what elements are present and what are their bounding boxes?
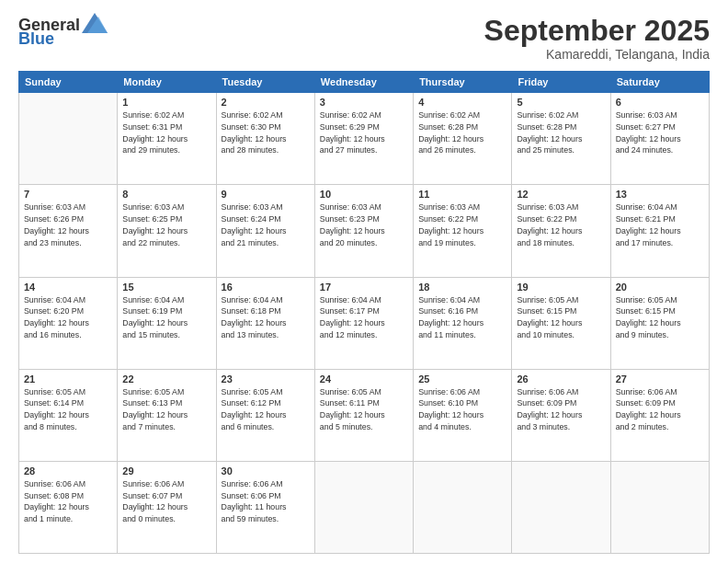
col-saturday: Saturday [610,72,709,93]
calendar-cell: 2Sunrise: 6:02 AMSunset: 6:30 PMDaylight… [216,93,314,185]
day-info: Sunrise: 6:04 AMSunset: 6:17 PMDaylight:… [320,294,408,341]
calendar-cell: 6Sunrise: 6:03 AMSunset: 6:27 PMDaylight… [610,93,709,185]
calendar-cell: 16Sunrise: 6:04 AMSunset: 6:18 PMDayligh… [216,277,314,369]
day-number: 13 [616,189,704,200]
calendar-cell: 27Sunrise: 6:06 AMSunset: 6:09 PMDayligh… [610,369,709,461]
calendar-cell: 7Sunrise: 6:03 AMSunset: 6:26 PMDaylight… [19,185,118,277]
calendar-cell: 25Sunrise: 6:06 AMSunset: 6:10 PMDayligh… [414,369,512,461]
day-info: Sunrise: 6:06 AMSunset: 6:06 PMDaylight:… [222,478,310,525]
calendar-cell: 1Sunrise: 6:02 AMSunset: 6:31 PMDaylight… [118,93,216,185]
day-info: Sunrise: 6:06 AMSunset: 6:08 PMDaylight:… [24,478,112,525]
calendar-cell: 26Sunrise: 6:06 AMSunset: 6:09 PMDayligh… [512,369,610,461]
calendar-cell: 5Sunrise: 6:02 AMSunset: 6:28 PMDaylight… [512,93,610,185]
col-wednesday: Wednesday [314,72,413,93]
logo-icon [82,13,108,33]
calendar-cell: 8Sunrise: 6:03 AMSunset: 6:25 PMDaylight… [118,185,216,277]
calendar-cell: 14Sunrise: 6:04 AMSunset: 6:20 PMDayligh… [19,277,118,369]
day-number: 14 [24,282,112,293]
calendar-header-row: Sunday Monday Tuesday Wednesday Thursday… [19,72,710,93]
logo-blue: Blue [18,29,54,48]
calendar-cell: 21Sunrise: 6:05 AMSunset: 6:14 PMDayligh… [19,369,118,461]
day-number: 22 [122,373,210,385]
location-title: Kamareddi, Telangana, India [484,47,710,62]
calendar-cell: 18Sunrise: 6:04 AMSunset: 6:16 PMDayligh… [414,277,512,369]
day-info: Sunrise: 6:03 AMSunset: 6:26 PMDaylight:… [24,201,112,248]
day-number: 16 [222,282,310,293]
calendar-cell: 3Sunrise: 6:02 AMSunset: 6:29 PMDaylight… [314,93,413,185]
header: General Blue September 2025 Kamareddi, T… [18,15,710,62]
day-info: Sunrise: 6:02 AMSunset: 6:28 PMDaylight:… [517,109,605,156]
page: General Blue September 2025 Kamareddi, T… [0,0,728,563]
calendar-cell: 24Sunrise: 6:05 AMSunset: 6:11 PMDayligh… [314,369,413,461]
day-number: 26 [517,373,605,385]
calendar-cell: 17Sunrise: 6:04 AMSunset: 6:17 PMDayligh… [314,277,413,369]
calendar-cell: 4Sunrise: 6:02 AMSunset: 6:28 PMDaylight… [414,93,512,185]
col-friday: Friday [512,72,610,93]
calendar-cell: 23Sunrise: 6:05 AMSunset: 6:12 PMDayligh… [216,369,314,461]
day-number: 1 [122,97,210,108]
calendar-cell: 30Sunrise: 6:06 AMSunset: 6:06 PMDayligh… [216,461,314,553]
day-info: Sunrise: 6:06 AMSunset: 6:07 PMDaylight:… [122,478,210,525]
day-info: Sunrise: 6:05 AMSunset: 6:14 PMDaylight:… [24,386,112,433]
day-info: Sunrise: 6:03 AMSunset: 6:25 PMDaylight:… [122,201,210,248]
day-info: Sunrise: 6:05 AMSunset: 6:12 PMDaylight:… [222,386,310,433]
col-monday: Monday [118,72,216,93]
day-number: 27 [616,373,704,385]
day-info: Sunrise: 6:02 AMSunset: 6:29 PMDaylight:… [320,109,408,156]
day-info: Sunrise: 6:03 AMSunset: 6:22 PMDaylight:… [418,201,506,248]
day-info: Sunrise: 6:05 AMSunset: 6:11 PMDaylight:… [320,386,408,433]
calendar-cell: 22Sunrise: 6:05 AMSunset: 6:13 PMDayligh… [118,369,216,461]
day-number: 23 [222,373,310,385]
calendar-cell: 29Sunrise: 6:06 AMSunset: 6:07 PMDayligh… [118,461,216,553]
day-info: Sunrise: 6:04 AMSunset: 6:19 PMDaylight:… [122,294,210,341]
calendar-cell [19,93,118,185]
day-info: Sunrise: 6:04 AMSunset: 6:18 PMDaylight:… [222,294,310,341]
logo: General Blue [18,15,108,49]
day-number: 30 [222,465,310,477]
calendar-cell: 15Sunrise: 6:04 AMSunset: 6:19 PMDayligh… [118,277,216,369]
day-number: 3 [320,97,408,108]
day-number: 21 [24,373,112,385]
day-info: Sunrise: 6:03 AMSunset: 6:27 PMDaylight:… [616,109,704,156]
week-row-2: 7Sunrise: 6:03 AMSunset: 6:26 PMDaylight… [19,185,710,277]
day-info: Sunrise: 6:05 AMSunset: 6:15 PMDaylight:… [517,294,605,341]
week-row-1: 1Sunrise: 6:02 AMSunset: 6:31 PMDaylight… [19,93,710,185]
day-info: Sunrise: 6:03 AMSunset: 6:22 PMDaylight:… [517,201,605,248]
day-number: 17 [320,282,408,293]
day-info: Sunrise: 6:06 AMSunset: 6:10 PMDaylight:… [418,386,506,433]
calendar-cell [414,461,512,553]
week-row-5: 28Sunrise: 6:06 AMSunset: 6:08 PMDayligh… [19,461,710,553]
calendar-cell: 12Sunrise: 6:03 AMSunset: 6:22 PMDayligh… [512,185,610,277]
day-info: Sunrise: 6:05 AMSunset: 6:13 PMDaylight:… [122,386,210,433]
day-number: 9 [222,189,310,200]
day-number: 18 [418,282,506,293]
day-number: 24 [320,373,408,385]
calendar-cell [610,461,709,553]
day-number: 25 [418,373,506,385]
week-row-3: 14Sunrise: 6:04 AMSunset: 6:20 PMDayligh… [19,277,710,369]
calendar-cell: 10Sunrise: 6:03 AMSunset: 6:23 PMDayligh… [314,185,413,277]
day-number: 8 [122,189,210,200]
day-number: 29 [122,465,210,477]
calendar-cell: 28Sunrise: 6:06 AMSunset: 6:08 PMDayligh… [19,461,118,553]
day-info: Sunrise: 6:04 AMSunset: 6:21 PMDaylight:… [616,201,704,248]
day-number: 12 [517,189,605,200]
calendar: Sunday Monday Tuesday Wednesday Thursday… [18,71,710,554]
day-info: Sunrise: 6:02 AMSunset: 6:30 PMDaylight:… [222,109,310,156]
day-number: 11 [418,189,506,200]
day-number: 7 [24,189,112,200]
calendar-cell [314,461,413,553]
day-number: 28 [24,465,112,477]
day-info: Sunrise: 6:06 AMSunset: 6:09 PMDaylight:… [616,386,704,433]
week-row-4: 21Sunrise: 6:05 AMSunset: 6:14 PMDayligh… [19,369,710,461]
day-info: Sunrise: 6:02 AMSunset: 6:28 PMDaylight:… [418,109,506,156]
calendar-cell: 11Sunrise: 6:03 AMSunset: 6:22 PMDayligh… [414,185,512,277]
title-block: September 2025 Kamareddi, Telangana, Ind… [484,15,710,62]
day-info: Sunrise: 6:04 AMSunset: 6:16 PMDaylight:… [418,294,506,341]
day-info: Sunrise: 6:06 AMSunset: 6:09 PMDaylight:… [517,386,605,433]
day-number: 5 [517,97,605,108]
day-number: 6 [616,97,704,108]
col-thursday: Thursday [414,72,512,93]
col-sunday: Sunday [19,72,118,93]
col-tuesday: Tuesday [216,72,314,93]
